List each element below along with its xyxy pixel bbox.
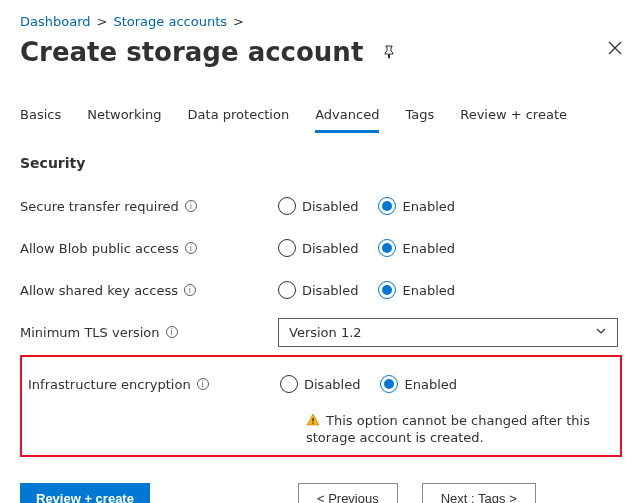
- shared-key-label: Allow shared key access: [20, 283, 178, 298]
- row-blob-public: Allow Blob public access i Disabled Enab…: [20, 227, 622, 269]
- row-shared-key: Allow shared key access i Disabled Enabl…: [20, 269, 622, 311]
- tls-select[interactable]: Version 1.2: [278, 318, 618, 347]
- radio-icon: [380, 375, 398, 393]
- tab-networking[interactable]: Networking: [87, 105, 161, 133]
- info-icon[interactable]: i: [185, 242, 197, 254]
- radio-label: Disabled: [302, 241, 358, 256]
- radio-label: Disabled: [302, 199, 358, 214]
- row-tls: Minimum TLS version i Version 1.2: [20, 311, 622, 353]
- radio-icon: [278, 197, 296, 215]
- radio-icon: [280, 375, 298, 393]
- next-button[interactable]: Next : Tags >: [422, 483, 536, 503]
- radio-icon: [378, 239, 396, 257]
- highlight-infrastructure-encryption: Infrastructure encryption i Disabled Ena…: [20, 355, 622, 457]
- info-icon[interactable]: i: [166, 326, 178, 338]
- tab-basics[interactable]: Basics: [20, 105, 61, 133]
- blob-public-disabled[interactable]: Disabled: [278, 239, 358, 257]
- infra-encrypt-warning: This option cannot be changed after this…: [306, 413, 626, 445]
- svg-rect-0: [312, 418, 313, 422]
- radio-label: Disabled: [302, 283, 358, 298]
- tabs: Basics Networking Data protection Advanc…: [20, 105, 622, 133]
- tls-value: Version 1.2: [289, 325, 362, 340]
- breadcrumb-dashboard[interactable]: Dashboard: [20, 14, 91, 29]
- secure-transfer-disabled[interactable]: Disabled: [278, 197, 358, 215]
- close-icon[interactable]: [608, 41, 622, 55]
- row-secure-transfer: Secure transfer required i Disabled Enab…: [20, 185, 622, 227]
- radio-label: Enabled: [404, 377, 457, 392]
- info-icon[interactable]: i: [197, 378, 209, 390]
- chevron-right-icon: >: [97, 14, 108, 29]
- pin-icon[interactable]: [381, 44, 397, 60]
- info-icon[interactable]: i: [184, 284, 196, 296]
- svg-rect-1: [312, 423, 313, 424]
- blob-public-enabled[interactable]: Enabled: [378, 239, 455, 257]
- radio-label: Disabled: [304, 377, 360, 392]
- infra-encrypt-disabled[interactable]: Disabled: [280, 375, 360, 393]
- review-create-button[interactable]: Review + create: [20, 483, 150, 503]
- warning-text: This option cannot be changed after this…: [306, 413, 590, 445]
- tab-review-create[interactable]: Review + create: [460, 105, 567, 133]
- section-security: Security: [20, 155, 622, 171]
- shared-key-enabled[interactable]: Enabled: [378, 281, 455, 299]
- secure-transfer-enabled[interactable]: Enabled: [378, 197, 455, 215]
- breadcrumb-storage-accounts[interactable]: Storage accounts: [113, 14, 227, 29]
- radio-icon: [378, 197, 396, 215]
- radio-label: Enabled: [402, 241, 455, 256]
- page-title: Create storage account: [20, 37, 363, 67]
- radio-icon: [278, 239, 296, 257]
- tab-advanced[interactable]: Advanced: [315, 105, 379, 133]
- infra-encrypt-label: Infrastructure encryption: [28, 377, 191, 392]
- title-row: Create storage account: [20, 37, 622, 67]
- info-icon[interactable]: i: [185, 200, 197, 212]
- row-infra-encrypt: Infrastructure encryption i Disabled Ena…: [26, 363, 616, 405]
- radio-icon: [278, 281, 296, 299]
- chevron-down-icon: [594, 325, 607, 340]
- breadcrumb: Dashboard > Storage accounts >: [20, 14, 622, 29]
- radio-label: Enabled: [402, 283, 455, 298]
- footer: Review + create < Previous Next : Tags >: [20, 483, 622, 503]
- blob-public-label: Allow Blob public access: [20, 241, 179, 256]
- warning-icon: [306, 413, 320, 430]
- secure-transfer-label: Secure transfer required: [20, 199, 179, 214]
- radio-label: Enabled: [402, 199, 455, 214]
- chevron-right-icon: >: [233, 14, 244, 29]
- previous-button[interactable]: < Previous: [298, 483, 398, 503]
- tls-label: Minimum TLS version: [20, 325, 160, 340]
- shared-key-disabled[interactable]: Disabled: [278, 281, 358, 299]
- tab-data-protection[interactable]: Data protection: [188, 105, 290, 133]
- infra-encrypt-enabled[interactable]: Enabled: [380, 375, 457, 393]
- tab-tags[interactable]: Tags: [405, 105, 434, 133]
- radio-icon: [378, 281, 396, 299]
